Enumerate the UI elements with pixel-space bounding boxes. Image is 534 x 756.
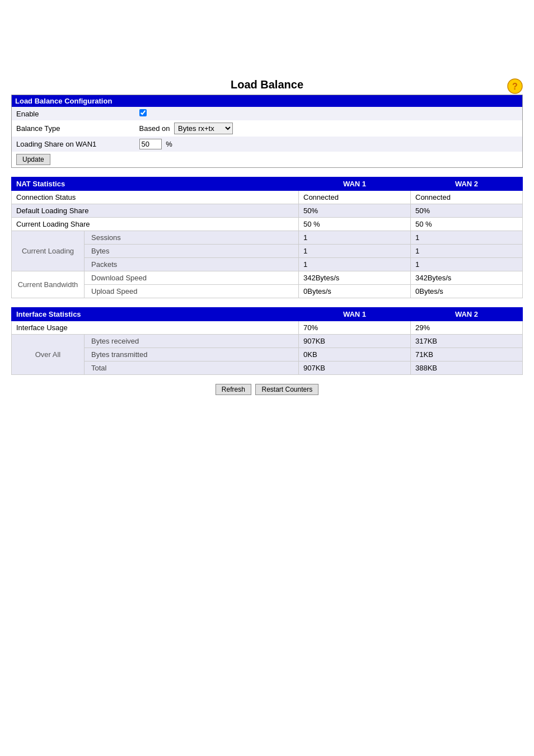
table-row: Bytes transmitted 0KB 71KB xyxy=(12,348,523,361)
iface-row-wan1: 0KB xyxy=(299,348,411,361)
table-row: Packets 1 1 xyxy=(12,258,523,271)
page-title: Load Balance xyxy=(231,78,303,91)
iface-row-wan2: 71KB xyxy=(411,348,523,361)
nat-row-wan1: 50% xyxy=(299,204,411,218)
iface-row-wan2: 388KB xyxy=(411,361,523,375)
iface-sublabel: Bytes received xyxy=(85,335,299,348)
svg-text:?: ? xyxy=(512,82,518,91)
nat-row-wan1: 342Bytes/s xyxy=(299,271,411,285)
nat-wan1-header: WAN 1 xyxy=(299,177,411,191)
nat-wan2-header: WAN 2 xyxy=(411,177,523,191)
current-bandwidth-label: Current Bandwidth xyxy=(12,271,85,298)
config-section-header: Load Balance Configuration xyxy=(12,95,523,107)
loading-share-label: Loading Share on WAN1 xyxy=(12,137,135,152)
nat-row-wan2: 0Bytes/s xyxy=(411,285,523,298)
table-row: Connection Status Connected Connected xyxy=(12,191,523,204)
iface-row-wan2: 29% xyxy=(411,321,523,335)
nat-row-wan1: 1 xyxy=(299,245,411,258)
table-row: Current Bandwidth Download Speed 342Byte… xyxy=(12,271,523,285)
nat-row-wan1: 0Bytes/s xyxy=(299,285,411,298)
table-row: Default Loading Share 50% 50% xyxy=(12,204,523,218)
nat-stats-header: NAT Statistics xyxy=(12,177,299,191)
loading-share-input[interactable] xyxy=(139,139,162,149)
restart-counters-button[interactable]: Restart Counters xyxy=(255,384,318,395)
nat-row-wan1: Connected xyxy=(299,191,411,204)
iface-row-wan2: 317KB xyxy=(411,335,523,348)
nat-sublabel: Bytes xyxy=(85,245,299,258)
nat-row-wan2: 1 xyxy=(411,258,523,271)
balance-type-select[interactable]: Bytes rx+tx Packets rx+tx Sessions xyxy=(174,123,233,134)
nat-sublabel: Sessions xyxy=(85,231,299,245)
refresh-button[interactable]: Refresh xyxy=(216,384,251,395)
nat-row-wan2: Connected xyxy=(411,191,523,204)
table-row: Over All Bytes received 907KB 317KB xyxy=(12,335,523,348)
nat-row-wan2: 1 xyxy=(411,231,523,245)
table-row: Current Loading Sessions 1 1 xyxy=(12,231,523,245)
nat-statistics-section: NAT Statistics WAN 1 WAN 2 Connection St… xyxy=(11,177,523,298)
table-row: Current Loading Share 50 % 50 % xyxy=(12,218,523,231)
table-row: Bytes 1 1 xyxy=(12,245,523,258)
iface-row-wan1: 907KB xyxy=(299,335,411,348)
nat-row-wan2: 342Bytes/s xyxy=(411,271,523,285)
nat-row-label: Default Loading Share xyxy=(12,204,299,218)
iface-row-label: Interface Usage xyxy=(12,321,299,335)
nat-sublabel: Packets xyxy=(85,258,299,271)
nat-sublabel: Upload Speed xyxy=(85,285,299,298)
current-loading-label: Current Loading xyxy=(12,231,85,271)
iface-sublabel: Total xyxy=(85,361,299,375)
loading-share-unit: % xyxy=(166,140,172,148)
table-row: Total 907KB 388KB xyxy=(12,361,523,375)
iface-wan2-header: WAN 2 xyxy=(411,308,523,321)
iface-row-wan1: 907KB xyxy=(299,361,411,375)
nat-row-wan1: 1 xyxy=(299,231,411,245)
nat-row-label: Connection Status xyxy=(12,191,299,204)
iface-wan1-header: WAN 1 xyxy=(299,308,411,321)
nat-row-wan1: 1 xyxy=(299,258,411,271)
enable-label: Enable xyxy=(12,107,135,120)
nat-row-wan1: 50 % xyxy=(299,218,411,231)
balance-type-prefix: Based on xyxy=(139,124,170,133)
interface-statistics-section: Interface Statistics WAN 1 WAN 2 Interfa… xyxy=(11,307,523,375)
action-buttons: Refresh Restart Counters xyxy=(11,384,523,395)
nat-sublabel: Download Speed xyxy=(85,271,299,285)
iface-stats-header: Interface Statistics xyxy=(12,308,299,321)
over-all-label: Over All xyxy=(12,335,85,375)
table-row: Upload Speed 0Bytes/s 0Bytes/s xyxy=(12,285,523,298)
nat-row-label: Current Loading Share xyxy=(12,218,299,231)
balance-type-label: Balance Type xyxy=(12,120,135,137)
nat-row-wan2: 50% xyxy=(411,204,523,218)
help-icon[interactable]: ? xyxy=(507,78,523,96)
nat-row-wan2: 1 xyxy=(411,245,523,258)
config-section: Load Balance Configuration Enable Balanc… xyxy=(11,95,523,168)
update-button[interactable]: Update xyxy=(16,154,50,165)
nat-row-wan2: 50 % xyxy=(411,218,523,231)
enable-checkbox[interactable] xyxy=(139,109,147,116)
table-row: Interface Usage 70% 29% xyxy=(12,321,523,335)
iface-row-wan1: 70% xyxy=(299,321,411,335)
iface-sublabel: Bytes transmitted xyxy=(85,348,299,361)
